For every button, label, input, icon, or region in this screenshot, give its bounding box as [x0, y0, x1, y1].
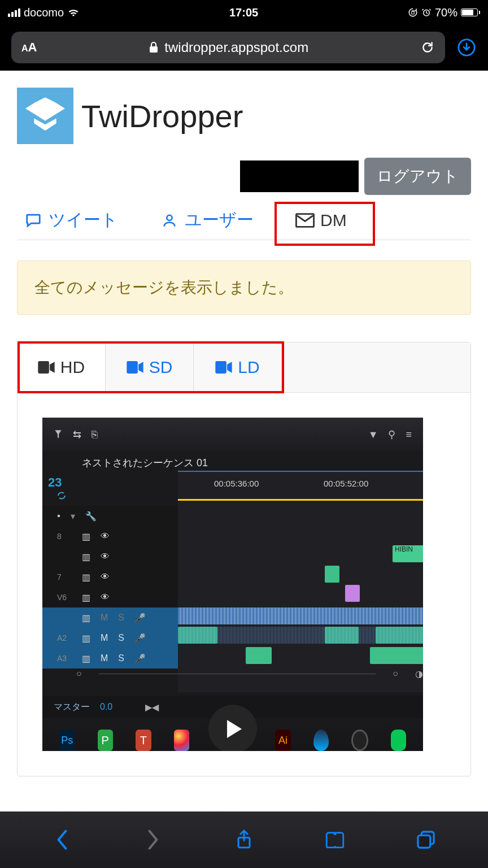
- svg-rect-6: [38, 361, 49, 374]
- svg-rect-11: [417, 835, 430, 848]
- alarm-icon: [421, 7, 432, 18]
- tab-dm[interactable]: DM: [289, 209, 354, 232]
- battery-icon: [461, 8, 480, 16]
- svg-rect-8: [216, 361, 227, 374]
- carrier-label: docomo: [24, 6, 64, 19]
- flame-app-icon: [313, 730, 329, 751]
- alert-text: 全てのメッセージを表示しました。: [34, 279, 294, 296]
- video-icon: [127, 361, 143, 374]
- quality-hd-label: HD: [60, 358, 85, 377]
- video-icon: [38, 361, 55, 374]
- ps-app-icon: Ps: [59, 730, 75, 751]
- alert-banner: 全てのメッセージを表示しました。: [17, 261, 471, 315]
- obs-app-icon: [351, 730, 368, 751]
- filter-icon: [54, 429, 63, 440]
- clock: 17:05: [229, 6, 258, 19]
- nav-tabs: ツイート ユーザー DM: [17, 206, 471, 240]
- safari-url-bar: AA twidropper.appspot.com: [0, 25, 488, 70]
- wifi-icon: [67, 8, 80, 17]
- forward-button[interactable]: [142, 828, 164, 851]
- media-card: HD SD LD ⇆ ⎘ ▼⚲≡ ネストされたシーケンス 0: [17, 342, 471, 776]
- tab-user-label: ユーザー: [185, 209, 254, 232]
- username-redacted: [240, 160, 359, 192]
- back-button[interactable]: [51, 828, 73, 851]
- orientation-lock-icon: [408, 7, 418, 18]
- quality-tab-hd[interactable]: HD: [18, 342, 106, 392]
- video-thumbnail[interactable]: ⇆ ⎘ ▼⚲≡ ネストされたシーケンス 01 23 ▪▾🔧 8▥👁 ▥👁 7▥👁…: [42, 418, 423, 751]
- red-app-icon: T: [136, 730, 151, 751]
- tab-user[interactable]: ユーザー: [153, 206, 260, 234]
- logout-button[interactable]: ログアウト: [364, 158, 471, 195]
- chrome-app-icon: [174, 730, 190, 751]
- brand-title: TwiDropper: [81, 98, 243, 134]
- logo-icon: [17, 88, 73, 144]
- ios-status-bar: docomo 17:05 70%: [0, 0, 488, 25]
- bookmarks-button[interactable]: [324, 828, 346, 851]
- speech-bubble-icon: [24, 212, 43, 229]
- lock-icon: [149, 41, 159, 54]
- brand: TwiDropper: [17, 88, 471, 144]
- share-button[interactable]: [233, 828, 255, 851]
- ai-app-icon: Ai: [275, 730, 291, 751]
- thumb-clip-label: HIBIN: [393, 545, 423, 562]
- svg-rect-7: [127, 361, 138, 374]
- user-icon: [160, 212, 179, 229]
- tab-tweet-label: ツイート: [49, 209, 118, 232]
- downloads-button[interactable]: [456, 37, 477, 58]
- text-size-button[interactable]: AA: [21, 40, 37, 55]
- signal-icon: [8, 8, 20, 17]
- page-content: TwiDropper ログアウト ツイート ユーザー DM 全てのメッセージを表…: [0, 70, 488, 776]
- quality-tab-sd[interactable]: SD: [106, 342, 194, 392]
- quality-sd-label: SD: [149, 358, 173, 377]
- svg-point-4: [167, 215, 172, 220]
- tab-tweet[interactable]: ツイート: [17, 206, 125, 234]
- thumb-master-label: マスター: [54, 701, 90, 713]
- line-app-icon: [391, 730, 407, 751]
- url-pill[interactable]: AA twidropper.appspot.com: [11, 32, 445, 63]
- battery-percent: 70%: [435, 6, 457, 19]
- quality-tab-ld[interactable]: LD: [194, 342, 282, 392]
- thumb-sequence-title: ネストされたシーケンス 01: [82, 456, 208, 470]
- tabs-button[interactable]: [415, 828, 437, 851]
- svg-rect-0: [412, 12, 415, 15]
- green-app-icon: P: [98, 730, 114, 751]
- envelope-icon: [295, 212, 315, 229]
- thumb-master-val: 0.0: [100, 702, 112, 712]
- safari-toolbar: [0, 811, 488, 868]
- tab-dm-label: DM: [320, 211, 347, 230]
- reload-icon[interactable]: [420, 40, 435, 55]
- thumb-tc1: 00:05:36:00: [214, 479, 259, 488]
- thumb-tc2: 00:05:52:00: [324, 479, 368, 488]
- url-text: twidropper.appspot.com: [164, 40, 308, 55]
- play-button[interactable]: [208, 705, 257, 751]
- quality-ld-label: LD: [238, 358, 259, 377]
- video-icon: [215, 361, 232, 374]
- svg-rect-2: [150, 46, 158, 53]
- sync-icon: [57, 491, 66, 500]
